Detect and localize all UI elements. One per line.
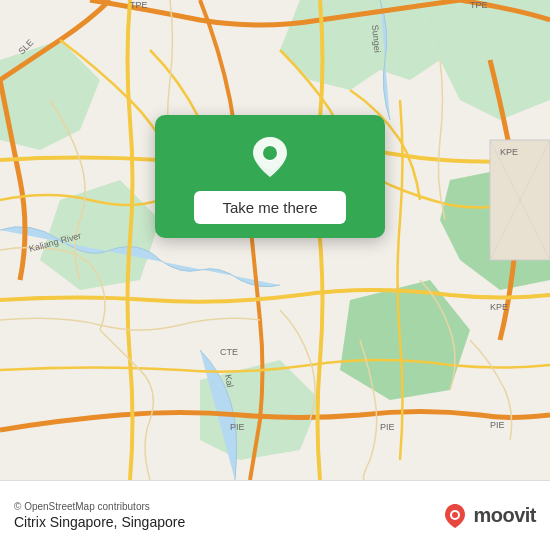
map-container: SLE TPE TPE KPE KPE CTE PIE PIE PIE Kali… (0, 0, 550, 480)
kpe-label-top: KPE (500, 147, 518, 157)
pie-label-far-right: PIE (490, 420, 505, 430)
moovit-logo: moovit (441, 502, 536, 530)
tpe-label-right: TPE (470, 0, 488, 10)
location-name: Citrix Singapore, Singapore (14, 514, 185, 530)
moovit-text: moovit (473, 504, 536, 527)
location-card: Take me there (155, 115, 385, 238)
svg-point-16 (452, 512, 458, 518)
cte-label: CTE (220, 347, 238, 357)
take-me-there-button[interactable]: Take me there (194, 191, 345, 224)
location-pin-icon (246, 133, 294, 181)
svg-point-14 (263, 146, 277, 160)
pie-label-right: PIE (380, 422, 395, 432)
osm-credit: © OpenStreetMap contributors (14, 501, 185, 512)
bottom-left-info: © OpenStreetMap contributors Citrix Sing… (14, 501, 185, 530)
tpe-label-left: TPE (130, 0, 148, 10)
kpe-label-bottom: KPE (490, 302, 508, 312)
moovit-pin-icon (441, 502, 469, 530)
bottom-bar: © OpenStreetMap contributors Citrix Sing… (0, 480, 550, 550)
pie-label-center: PIE (230, 422, 245, 432)
